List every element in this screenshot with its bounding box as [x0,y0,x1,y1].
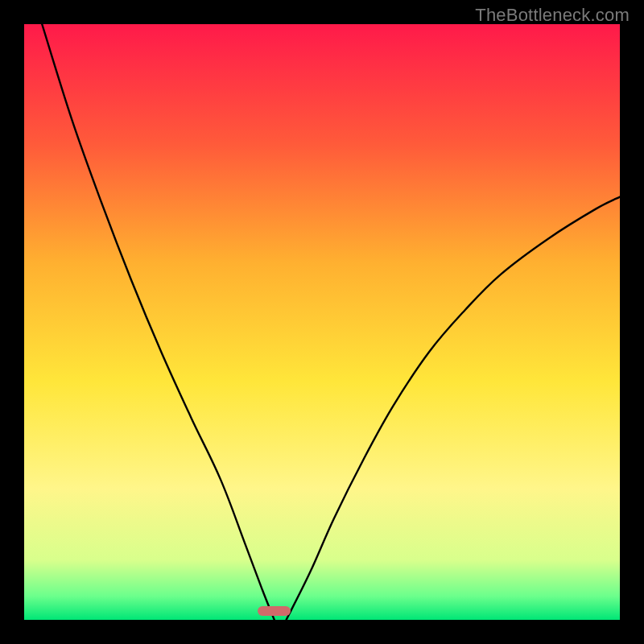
chart-container: TheBottleneck.com [0,0,644,644]
watermark-text: TheBottleneck.com [475,5,630,26]
gradient-background [24,24,620,620]
plot-area [24,24,620,620]
minimum-marker [258,606,291,616]
svg-rect-0 [24,24,620,620]
